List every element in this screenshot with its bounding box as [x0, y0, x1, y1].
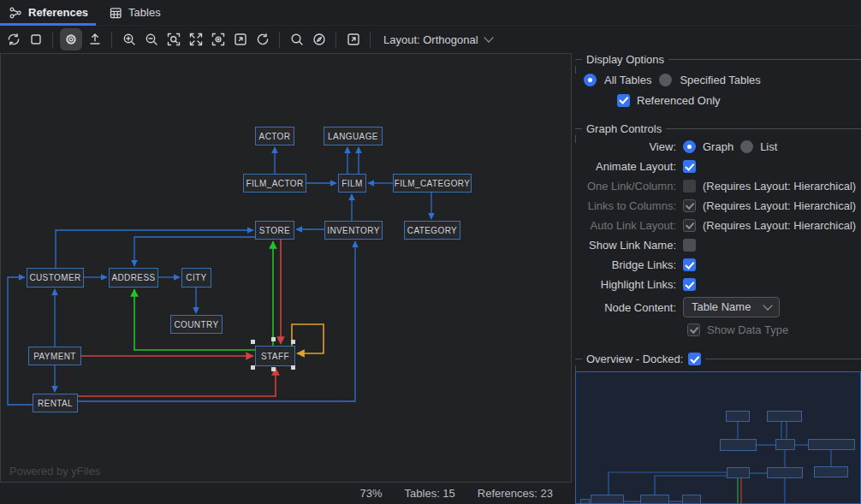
show-link-name-checkbox[interactable] [683, 239, 696, 252]
node-rental[interactable]: RENTAL [33, 394, 78, 412]
zoom-level: 73% [360, 487, 383, 500]
tab-bar: References Tables [0, 0, 861, 26]
navigator-button[interactable] [309, 30, 329, 50]
node-category[interactable]: CATEGORY [404, 221, 460, 240]
minimap-node [808, 439, 855, 450]
tab-tables-label: Tables [128, 6, 161, 19]
selection-handle[interactable] [271, 367, 276, 371]
all-tables-label: All Tables [604, 74, 651, 86]
tab-tables[interactable]: Tables [109, 0, 161, 26]
view-list-label: List [760, 140, 777, 153]
node-country[interactable]: COUNTRY [170, 315, 223, 334]
show-data-type-checkbox [687, 323, 700, 336]
selection-handle[interactable] [291, 365, 295, 370]
minimap-node [591, 495, 624, 504]
selection-handle[interactable] [291, 340, 295, 344]
tables-count: Tables: 15 [405, 487, 455, 500]
node-film[interactable]: FILM [338, 174, 366, 193]
overview-docked-checkbox[interactable] [688, 353, 701, 365]
tables-icon [109, 6, 122, 20]
show-link-name-label: Show Link Name: [580, 239, 676, 252]
links-to-columns-checkbox [683, 199, 696, 212]
node-city[interactable]: CITY [181, 268, 211, 288]
selection-handle[interactable] [251, 365, 255, 370]
node-film_actor[interactable]: FILM_ACTOR [243, 174, 306, 193]
edge-customer-store[interactable] [56, 230, 253, 268]
search-icon [289, 32, 305, 47]
search-button[interactable] [287, 30, 306, 50]
overview-minimap[interactable] [575, 371, 861, 504]
edge-rental-staff[interactable] [78, 368, 276, 396]
relayout-button[interactable] [252, 30, 272, 50]
referenced-only-label: Referenced Only [637, 94, 721, 107]
export-button[interactable] [85, 30, 104, 50]
minimap-node [727, 467, 750, 478]
specified-tables-label: Specified Tables [680, 74, 760, 86]
chevron-down-icon [484, 33, 493, 42]
yfiles-watermark: Powered by yFiles [9, 465, 100, 477]
open-in-new-window-button[interactable] [230, 30, 250, 50]
minimap-node [775, 439, 795, 450]
minimap-edge [655, 476, 727, 495]
links-to-columns-label: Links to Columns: [580, 199, 676, 212]
view-graph-label: Graph [703, 140, 733, 153]
open-in-editor-icon [346, 32, 361, 47]
layout-dropdown-label: Layout: Orthogonal [383, 33, 478, 46]
open-in-editor-button[interactable] [343, 30, 363, 50]
chevron-down-icon [763, 300, 773, 310]
tab-references[interactable]: References [9, 0, 88, 26]
node-film_category[interactable]: FILM_CATEGORY [393, 174, 472, 193]
node-language[interactable]: LANGUAGE [324, 127, 383, 145]
show-data-type-label: Show Data Type [707, 323, 788, 336]
all-tables-radio[interactable] [584, 74, 597, 86]
toolbar-separator [52, 32, 53, 48]
layout-dropdown[interactable]: Layout: Orthogonal [383, 33, 492, 46]
refresh-icon [6, 32, 21, 47]
expand-all-button[interactable] [186, 30, 205, 50]
animate-layout-checkbox[interactable] [683, 160, 696, 173]
minimap-node [726, 411, 750, 422]
node-staff[interactable]: STAFF [255, 346, 295, 366]
minimap-node [682, 495, 701, 504]
node-customer[interactable]: CUSTOMER [27, 268, 84, 288]
stop-button[interactable] [26, 30, 45, 50]
display-options-group: Display Options All Tables Specified Tab… [575, 53, 861, 117]
zoom-out-icon [144, 32, 159, 47]
node-content-label: Node Content: [580, 301, 676, 314]
minimap-node [580, 499, 590, 504]
refresh-button[interactable] [3, 30, 23, 50]
zoom-in-icon [122, 32, 137, 47]
view-list-radio[interactable] [740, 140, 753, 153]
references-icon [9, 6, 22, 20]
node-store[interactable]: STORE [255, 221, 294, 240]
node-payment[interactable]: PAYMENT [28, 347, 81, 365]
node-actor[interactable]: ACTOR [255, 127, 294, 145]
edge-staff-staff[interactable] [292, 324, 324, 353]
node-inventory[interactable]: INVENTORY [324, 221, 383, 240]
settings-button[interactable] [60, 28, 82, 50]
fit-content-button[interactable] [163, 30, 183, 50]
selection-handle[interactable] [251, 340, 255, 344]
focus-selection-button[interactable] [208, 30, 228, 50]
open-in-new-window-icon [233, 32, 248, 47]
export-icon [87, 32, 103, 47]
toolbar-separator [111, 32, 112, 48]
auto-link-layout-label: Auto Link Layout: [580, 219, 676, 232]
specified-tables-radio[interactable] [659, 74, 672, 86]
graph-canvas[interactable]: ACTORLANGUAGEFILM_ACTORFILMFILM_CATEGORY… [0, 53, 572, 483]
selection-handle[interactable] [271, 337, 276, 341]
edge-store-address[interactable] [134, 237, 255, 266]
status-bar: 73% Tables: 15 References: 23 [0, 483, 572, 504]
edge-rental-customer[interactable] [8, 277, 33, 405]
node-address[interactable]: ADDRESS [109, 268, 158, 288]
referenced-only-checkbox[interactable] [617, 94, 630, 107]
zoom-out-button[interactable] [141, 30, 161, 50]
display-options-title: Display Options [582, 53, 668, 66]
tab-references-label: References [28, 6, 88, 19]
bridge-links-checkbox[interactable] [683, 258, 696, 271]
node-content-dropdown[interactable]: Table Name [683, 297, 780, 317]
one-link-column-label: One Link/Column: [580, 180, 676, 193]
view-graph-radio[interactable] [683, 140, 696, 153]
highlight-links-checkbox[interactable] [683, 278, 696, 291]
zoom-in-button[interactable] [119, 30, 139, 50]
